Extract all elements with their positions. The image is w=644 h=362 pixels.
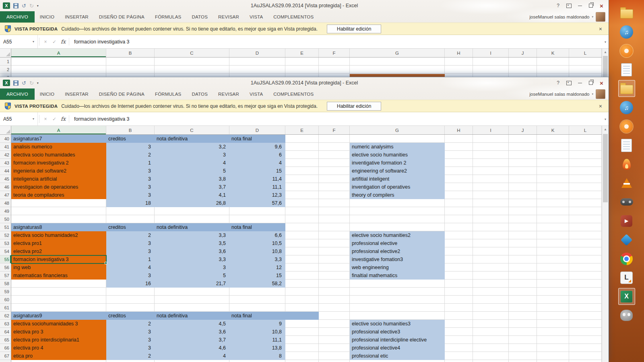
cell-F62[interactable] (319, 312, 350, 320)
cell-D40[interactable]: nota final (229, 135, 285, 143)
cell-D53[interactable]: 10,5 (229, 239, 285, 247)
cell-L41[interactable] (569, 143, 602, 151)
cell-F68[interactable] (319, 360, 350, 362)
tab-vista[interactable]: VISTA (244, 11, 268, 23)
cell-J54[interactable] (509, 247, 537, 255)
column-header-K[interactable]: K (537, 49, 569, 57)
orange-app-icon[interactable] (618, 42, 635, 59)
excel-window-back[interactable]: X ↺ ↻ ▾ 1AuJSALAS29.09.2014 [Vista prote… (0, 0, 609, 77)
cell-G64[interactable]: professional elective3 (350, 328, 445, 336)
row-header-47[interactable]: 47 (0, 191, 11, 199)
cell-H40[interactable] (445, 135, 473, 143)
cell-H59[interactable] (445, 288, 473, 296)
cell-I58[interactable] (473, 280, 509, 288)
cell-J59[interactable] (509, 288, 537, 296)
cancel-icon[interactable]: × (41, 39, 50, 45)
cell-D51[interactable]: nota final (229, 223, 285, 231)
cell-J1[interactable] (509, 58, 537, 66)
cell-K41[interactable] (537, 143, 569, 151)
cell-G42[interactable]: elective socio humanities (350, 151, 445, 159)
cell-D67[interactable]: 8 (229, 352, 285, 360)
cell-C68[interactable] (155, 360, 229, 362)
cell-H1[interactable] (445, 58, 473, 66)
cell-F1[interactable] (319, 58, 350, 66)
column-header-I[interactable]: I (473, 49, 509, 57)
cell-L47[interactable] (569, 191, 602, 199)
scroll-up-icon[interactable]: ▲ (602, 49, 609, 56)
cell-E63[interactable] (285, 320, 319, 328)
cell-A44[interactable]: ingenieria del software2 (11, 167, 106, 175)
minimize-icon[interactable] (574, 1, 585, 10)
cell-F47[interactable] (319, 191, 350, 199)
cell-I56[interactable] (473, 263, 509, 272)
formula-input[interactable]: formacion investigativa 3 (70, 116, 609, 122)
cell-A40[interactable]: asignaturas7 (11, 135, 106, 143)
cell-I2[interactable] (473, 66, 509, 74)
cell-A2[interactable] (11, 66, 106, 74)
column-header-I[interactable]: I (473, 126, 509, 134)
cell-H53[interactable] (445, 239, 473, 247)
cell-E47[interactable] (285, 191, 319, 199)
cell-F45[interactable] (319, 175, 350, 183)
cell-J65[interactable] (509, 336, 537, 344)
cell-C59[interactable] (155, 288, 229, 296)
row-header-57[interactable]: 57 (0, 272, 11, 280)
cell-E62[interactable] (285, 312, 319, 320)
enter-icon[interactable]: ✓ (50, 116, 59, 122)
vertical-scrollbar[interactable]: ▲ (602, 126, 609, 362)
tab-inicio[interactable]: INICIO (35, 88, 60, 100)
cell-L53[interactable] (569, 239, 602, 247)
tab-fórmulas[interactable]: FÓRMULAS (150, 88, 187, 100)
row-header-58[interactable]: 58 (0, 280, 11, 288)
cell-L62[interactable] (569, 312, 602, 320)
cell-B2[interactable] (106, 66, 155, 74)
cell-E48[interactable] (285, 199, 319, 207)
column-header-E[interactable]: E (285, 49, 319, 57)
cell-J3[interactable] (509, 74, 537, 77)
cell-D65[interactable]: 11,1 (229, 336, 285, 344)
cell-G47[interactable]: theory of compilers (350, 191, 445, 199)
cell-F46[interactable] (319, 183, 350, 191)
cell-A65[interactable]: electiva pro interdisciplinaria1 (11, 336, 106, 344)
scrollbar-thumb[interactable] (603, 134, 608, 202)
cell-H54[interactable] (445, 247, 473, 255)
cell-K52[interactable] (537, 231, 569, 239)
cell-L2[interactable] (569, 66, 602, 74)
cell-G56[interactable]: web engineering (350, 263, 445, 272)
cell-K43[interactable] (537, 159, 569, 167)
cell-E51[interactable] (285, 223, 319, 231)
cell-E56[interactable] (285, 263, 319, 272)
cell-C66[interactable]: 4,6 (155, 344, 229, 352)
cell-L1[interactable] (569, 58, 602, 66)
cell-G55[interactable]: investigative fomation3 (350, 255, 445, 263)
cell-G68[interactable] (350, 360, 445, 362)
burn-app-icon[interactable] (618, 156, 635, 173)
column-header-D[interactable]: D (229, 126, 285, 134)
cell-I68[interactable] (473, 360, 509, 362)
cell-A61[interactable] (11, 304, 106, 312)
tab-datos[interactable]: DATOS (186, 88, 213, 100)
column-header-H[interactable]: H (445, 126, 473, 134)
column-header-L[interactable]: L (569, 126, 602, 134)
cell-B43[interactable]: 1 (106, 159, 155, 167)
cell-A43[interactable]: formacion investigativa 2 (11, 159, 106, 167)
cell-C3[interactable] (155, 74, 229, 77)
cell-I63[interactable] (473, 320, 509, 328)
vlc-icon[interactable] (618, 175, 635, 191)
column-header-D[interactable]: D (229, 49, 285, 57)
tab-diseño-de-página[interactable]: DISEÑO DE PÁGINA (94, 88, 150, 100)
tab-revisar[interactable]: REVISAR (213, 11, 244, 23)
cell-E54[interactable] (285, 247, 319, 255)
cell-E49[interactable] (285, 207, 319, 215)
cell-G46[interactable]: inventigation of operatives (350, 183, 445, 191)
cancel-icon[interactable]: × (41, 116, 50, 122)
cell-H46[interactable] (445, 183, 473, 191)
row-header-2[interactable]: 2 (0, 66, 11, 74)
tab-insertar[interactable]: INSERTAR (60, 88, 94, 100)
cell-I60[interactable] (473, 296, 509, 304)
cell-J49[interactable] (509, 207, 537, 215)
cell-I53[interactable] (473, 239, 509, 247)
column-header-E[interactable]: E (285, 126, 319, 134)
cell-I55[interactable] (473, 255, 509, 263)
insert-function-icon[interactable]: fx (59, 116, 68, 122)
